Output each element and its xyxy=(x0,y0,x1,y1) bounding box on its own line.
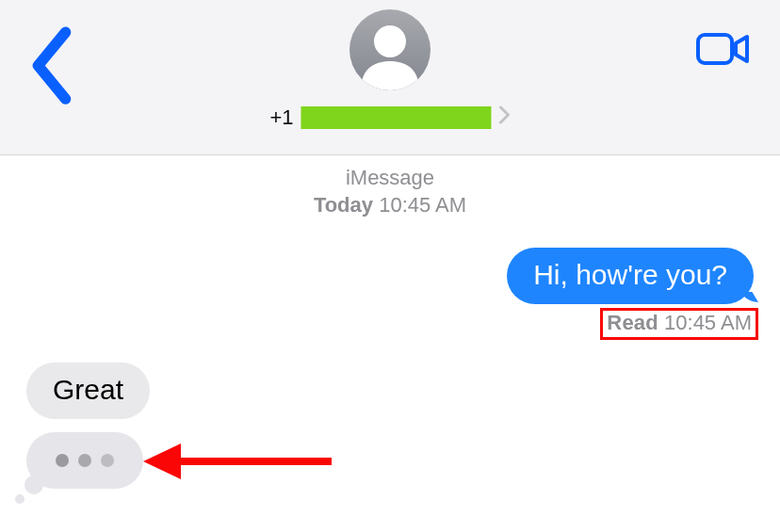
typing-dot-icon xyxy=(56,454,69,467)
annotation-arrow-icon xyxy=(143,438,332,485)
receipt-time: 10:45 AM xyxy=(664,311,752,334)
service-label: iMessage xyxy=(0,165,780,192)
timestamp-header: iMessage Today 10:45 AM xyxy=(0,165,780,218)
typing-dot-icon xyxy=(78,454,91,467)
svg-rect-0 xyxy=(698,35,732,63)
conversation-header: +1 xyxy=(0,0,780,155)
typing-bubble xyxy=(26,432,143,489)
day-label: Today xyxy=(314,193,373,217)
chevron-right-icon xyxy=(499,105,511,130)
time-label: 10:45 AM xyxy=(379,193,466,217)
svg-point-1 xyxy=(374,25,406,57)
contact-name-row[interactable]: +1 xyxy=(269,105,510,130)
video-camera-icon xyxy=(695,30,752,68)
typing-dot-icon xyxy=(101,454,114,467)
contact-number-redacted xyxy=(301,106,492,129)
received-message[interactable]: Great xyxy=(26,363,150,419)
contact-avatar[interactable] xyxy=(349,9,431,90)
facetime-button[interactable] xyxy=(695,30,752,77)
sent-bubble: Hi, how're you? xyxy=(507,248,754,304)
svg-marker-3 xyxy=(143,443,181,479)
sent-message[interactable]: Hi, how're you? xyxy=(507,248,754,304)
receipt-label: Read xyxy=(607,311,658,334)
person-silhouette-icon xyxy=(349,9,431,90)
back-button[interactable] xyxy=(28,26,75,83)
read-receipt-highlighted: Read 10:45 AM xyxy=(600,308,758,340)
chevron-left-icon xyxy=(28,26,75,105)
contact-prefix: +1 xyxy=(269,105,293,130)
message-thread[interactable]: iMessage Today 10:45 AM Hi, how're you? … xyxy=(0,165,780,532)
typing-indicator xyxy=(26,432,143,489)
received-bubble: Great xyxy=(26,363,150,419)
